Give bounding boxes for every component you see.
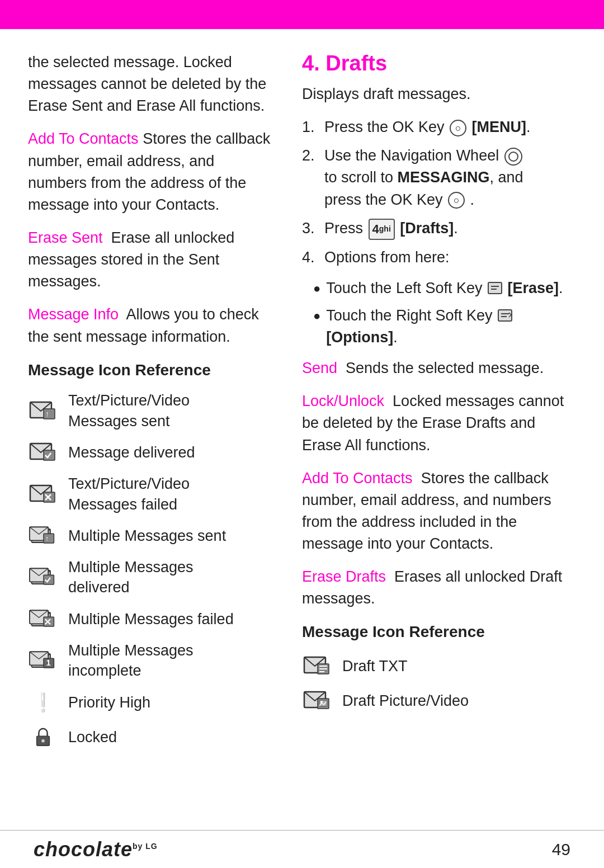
icon-multi-delivered	[28, 564, 58, 591]
section-heading: 4. Drafts	[302, 51, 576, 76]
svg-text:1: 1	[46, 659, 51, 668]
term-add-to-contacts: Add To Contacts Stores the callback numb…	[28, 128, 274, 216]
svg-rect-18	[44, 617, 54, 626]
page-number: 49	[552, 840, 570, 859]
icon-row-7: ❕ Priority High	[28, 689, 274, 716]
term-label-lock: Lock/Unlock	[302, 393, 384, 409]
bottom-bar: chocolateby LG 49	[0, 830, 604, 868]
svg-rect-6	[44, 492, 55, 502]
right-intro: Displays draft messages.	[302, 83, 576, 105]
icon-label-2: Text/Picture/VideoMessages failed	[68, 474, 190, 515]
icon-label-1: Message delivered	[68, 442, 195, 463]
nav-wheel	[504, 148, 522, 166]
left-icon-ref-heading: Message Icon Reference	[28, 359, 274, 382]
icon-row-0: ↑ Text/Picture/VideoMessages sent	[28, 390, 274, 431]
term-label-send: Send	[302, 360, 337, 376]
icon-sent: ↑	[28, 398, 58, 424]
ok-key-1: ○	[450, 120, 466, 136]
ok-key-2: ○	[448, 192, 465, 209]
softkey-right-icon	[498, 309, 512, 324]
svg-text:↑: ↑	[45, 409, 49, 418]
right-icon-row-1: Draft Picture/Video	[302, 687, 576, 714]
icon-row-4: Multiple Messagesdelivered	[28, 557, 274, 598]
svg-rect-40	[319, 700, 327, 706]
term-lock-unlock: Lock/Unlock Locked messages cannot be de…	[302, 390, 576, 456]
icon-multi-sent: ↑	[28, 522, 58, 549]
step-2: 2. Use the Navigation Wheel to scroll to…	[302, 145, 576, 210]
term-label-erase-drafts: Erase Drafts	[302, 568, 386, 585]
icon-label-7: Priority High	[68, 692, 150, 713]
icon-delivered	[28, 439, 58, 466]
left-column: the selected message. Locked messages ca…	[28, 51, 274, 758]
step-3: 3. Press 4 ghi [Drafts].	[302, 218, 576, 240]
icon-row-2: Text/Picture/VideoMessages failed	[28, 474, 274, 515]
term-erase-sent: Erase Sent Erase all unlocked messages s…	[28, 227, 274, 293]
term-label-msg-info: Message Info	[28, 306, 119, 323]
icon-label-6: Multiple Messagesincomplete	[68, 640, 194, 681]
brand-logo: chocolateby LG	[34, 838, 158, 861]
icon-multi-failed	[28, 606, 58, 633]
term-send: Send Sends the selected message.	[302, 357, 576, 379]
softkey-left-icon	[488, 282, 502, 296]
icon-priority: ❕	[28, 689, 58, 716]
icon-row-5: Multiple Messages failed	[28, 606, 274, 633]
bullet-options: ● Touch the Right Soft Key [Options].	[313, 305, 576, 348]
icon-locked	[28, 724, 58, 751]
right-icon-label-1: Draft Picture/Video	[342, 691, 469, 711]
term-erase-drafts: Erase Drafts Erases all unlocked Draft m…	[302, 566, 576, 610]
step-1: 1. Press the OK Key ○ [MENU].	[302, 116, 576, 138]
term-label-add: Add To Contacts	[28, 130, 139, 147]
icon-label-8: Locked	[68, 727, 117, 747]
icon-row-6: 1 Multiple Messagesincomplete	[28, 640, 274, 681]
icon-multi-incomplete: 1	[28, 647, 58, 674]
term-message-info: Message Info Allows you to check the sen…	[28, 304, 274, 347]
left-icon-ref: Message Icon Reference ↑ Text/Picture/Vi…	[28, 359, 274, 751]
bullet-erase: ● Touch the Left Soft Key [Erase].	[313, 277, 576, 299]
top-bar	[0, 0, 604, 29]
svg-point-26	[41, 739, 45, 743]
icon-row-3: ↑ Multiple Messages sent	[28, 522, 274, 549]
icon-row-8: Locked	[28, 724, 274, 751]
step-4: 4. Options from here:	[302, 247, 576, 268]
term-add-contacts-r: Add To Contacts Stores the callback numb…	[302, 468, 576, 555]
icon-label-5: Multiple Messages failed	[68, 609, 234, 629]
left-intro: the selected message. Locked messages ca…	[28, 51, 274, 117]
key-4ghi: 4 ghi	[369, 219, 395, 240]
icon-label-4: Multiple Messagesdelivered	[68, 557, 194, 598]
icon-label-3: Multiple Messages sent	[68, 526, 226, 546]
icon-draft-txt	[302, 653, 332, 680]
right-icon-label-0: Draft TXT	[342, 656, 408, 676]
svg-text:↑: ↑	[45, 534, 49, 542]
icon-row-1: Message delivered	[28, 439, 274, 466]
right-icon-row-0: Draft TXT	[302, 653, 576, 680]
icon-failed	[28, 481, 58, 508]
right-icon-ref-heading: Message Icon Reference	[302, 621, 576, 644]
icon-draft-pic	[302, 687, 332, 714]
bullet-list: ● Touch the Left Soft Key [Erase]. ● Tou…	[302, 277, 576, 348]
icon-label-0: Text/Picture/VideoMessages sent	[68, 390, 190, 431]
term-label-erase-sent: Erase Sent	[28, 229, 103, 246]
right-column: 4. Drafts Displays draft messages. 1. Pr…	[302, 51, 576, 758]
term-label-add-r: Add To Contacts	[302, 470, 413, 487]
right-icon-ref: Message Icon Reference Draft TXT	[302, 621, 576, 714]
svg-rect-27	[488, 282, 502, 294]
svg-rect-30	[498, 310, 512, 321]
steps-list: 1. Press the OK Key ○ [MENU]. 2. Use the…	[302, 116, 576, 268]
